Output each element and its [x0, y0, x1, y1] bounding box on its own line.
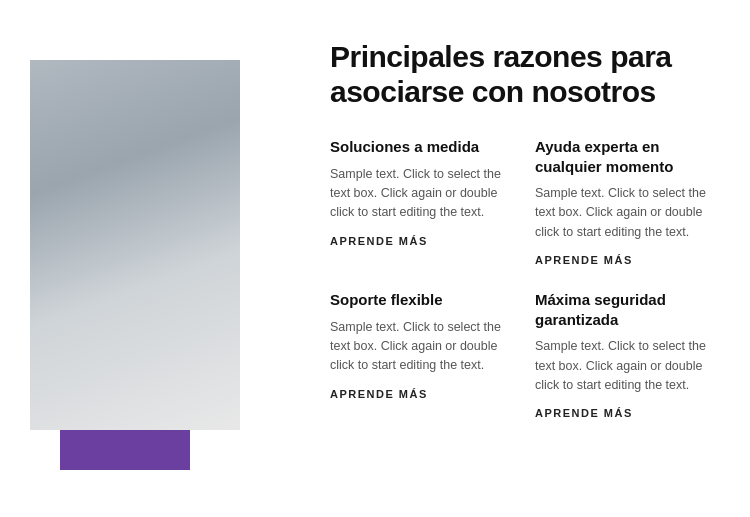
svg-point-7 — [158, 165, 186, 215]
feature-text-4: Sample text. Click to select the text bo… — [535, 337, 710, 395]
svg-rect-0 — [30, 60, 240, 430]
page-container: Principales razones para asociarse con n… — [0, 0, 750, 517]
feature-link-2[interactable]: APRENDE MÁS — [535, 254, 710, 266]
svg-rect-22 — [158, 371, 211, 430]
svg-rect-9 — [140, 193, 162, 208]
svg-rect-21 — [154, 366, 215, 430]
feature-text-1: Sample text. Click to select the text bo… — [330, 165, 505, 223]
main-title: Principales razones para asociarse con n… — [330, 40, 710, 109]
feature-title-4: Máxima seguridad garantizada — [535, 290, 710, 329]
svg-point-19 — [62, 403, 92, 427]
feature-link-3[interactable]: APRENDE MÁS — [330, 388, 505, 400]
svg-point-12 — [147, 196, 155, 204]
svg-point-15 — [57, 268, 113, 411]
svg-rect-18 — [72, 402, 198, 430]
feature-title-2: Ayuda experta en cualquier momento — [535, 137, 710, 176]
right-content-section: Principales razones para asociarse con n… — [330, 40, 710, 477]
feature-item-1: Soluciones a medida Sample text. Click t… — [330, 137, 505, 266]
left-image-section — [30, 40, 290, 477]
feature-link-1[interactable]: APRENDE MÁS — [330, 235, 505, 247]
person-illustration — [30, 60, 240, 430]
person-photo — [30, 60, 240, 430]
svg-point-6 — [84, 165, 112, 215]
svg-point-5 — [91, 130, 179, 200]
feature-item-2: Ayuda experta en cualquier momento Sampl… — [535, 137, 710, 266]
svg-point-16 — [157, 268, 213, 411]
svg-point-20 — [175, 395, 211, 421]
svg-rect-8 — [108, 193, 130, 208]
feature-text-2: Sample text. Click to select the text bo… — [535, 184, 710, 242]
feature-title-1: Soluciones a medida — [330, 137, 505, 157]
feature-item-4: Máxima seguridad garantizada Sample text… — [535, 290, 710, 419]
svg-marker-13 — [115, 230, 135, 250]
svg-rect-3 — [120, 215, 150, 250]
feature-text-3: Sample text. Click to select the text bo… — [330, 318, 505, 376]
svg-rect-1 — [30, 320, 240, 430]
svg-point-4 — [93, 150, 177, 250]
feature-link-4[interactable]: APRENDE MÁS — [535, 407, 710, 419]
feature-item-3: Soporte flexible Sample text. Click to s… — [330, 290, 505, 419]
svg-point-2 — [70, 250, 200, 430]
svg-marker-14 — [135, 230, 155, 250]
svg-point-11 — [115, 196, 123, 204]
features-grid: Soluciones a medida Sample text. Click t… — [330, 137, 710, 419]
svg-rect-17 — [72, 390, 198, 404]
feature-title-3: Soporte flexible — [330, 290, 505, 310]
image-wrapper — [30, 60, 250, 460]
